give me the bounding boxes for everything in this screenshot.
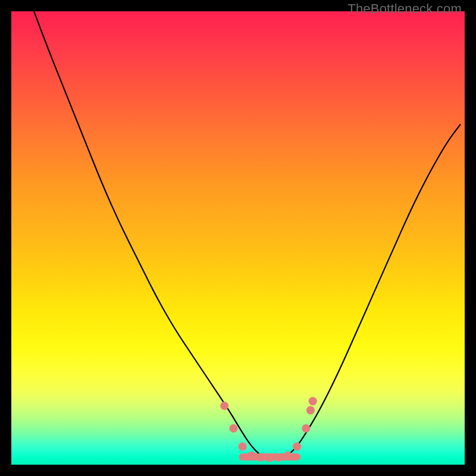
chart-overlay-svg [11, 11, 465, 465]
bottleneck-curve-path [34, 11, 460, 458]
minimum-bead [306, 406, 315, 415]
minimum-bead [256, 453, 265, 462]
chart-frame [11, 11, 465, 465]
minimum-bead [275, 453, 283, 462]
watermark-text: TheBottleneck.com [347, 1, 462, 17]
minimum-bead [284, 452, 292, 460]
minimum-bead [265, 454, 274, 462]
minimum-beads-group [220, 397, 317, 462]
minimum-bead [248, 452, 256, 460]
minimum-bead [239, 443, 247, 451]
minimum-bead [220, 402, 228, 410]
minimum-bead [229, 424, 237, 433]
minimum-bead [293, 443, 301, 451]
minimum-bead [309, 397, 317, 405]
minimum-bead [302, 424, 310, 433]
